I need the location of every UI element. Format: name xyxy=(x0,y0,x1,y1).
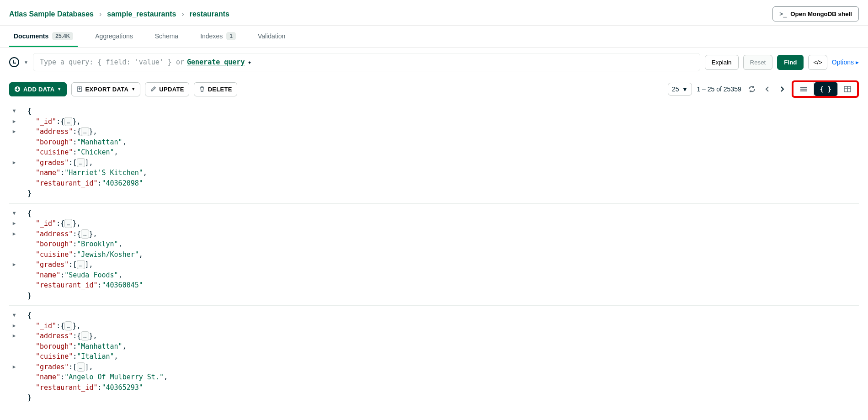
find-button[interactable]: Find xyxy=(777,55,804,70)
export-data-label: EXPORT DATA xyxy=(85,86,129,93)
history-icon[interactable] xyxy=(9,57,19,67)
breadcrumb: Atlas Sample Databases › sample_restaura… xyxy=(9,10,229,18)
json-value: "Manhattan" xyxy=(77,341,122,352)
options-label: Options xyxy=(832,58,854,66)
query-input[interactable]: Type a query: { field: 'value' } or Gene… xyxy=(33,53,700,71)
json-key: "name" xyxy=(36,372,60,383)
collapse-caret-icon[interactable]: ▼ xyxy=(9,210,19,218)
collapsed-object[interactable]: … xyxy=(81,331,89,340)
json-key: "name" xyxy=(36,270,60,281)
json-key: "restaurant_id" xyxy=(36,383,97,393)
json-value: "40365293" xyxy=(102,383,143,393)
collapsed-object[interactable]: … xyxy=(81,127,89,136)
tab-label: Validation xyxy=(258,32,285,40)
json-key: "address" xyxy=(36,229,73,239)
json-key: "_id" xyxy=(36,321,56,331)
breadcrumb-item-0[interactable]: Atlas Sample Databases xyxy=(9,10,94,18)
breadcrumb-item-2[interactable]: restaurants xyxy=(190,10,229,18)
prev-page-button[interactable] xyxy=(762,84,772,94)
breadcrumb-item-1[interactable]: sample_restaurants xyxy=(107,10,176,18)
tabs: Documents25.4KAggregationsSchemaIndexes1… xyxy=(0,26,868,48)
reset-button[interactable]: Reset xyxy=(743,55,773,70)
next-page-button[interactable] xyxy=(777,84,787,94)
update-label: UPDATE xyxy=(159,86,184,93)
open-shell-label: Open MongoDB shell xyxy=(790,11,852,17)
table-view-button[interactable] xyxy=(838,82,857,96)
json-key: "_id" xyxy=(36,218,56,229)
collapsed-object[interactable]: … xyxy=(81,229,89,239)
collapsed-object[interactable]: … xyxy=(64,321,72,330)
code-icon: </> xyxy=(813,59,822,66)
document-json: ▼{▶"_id": {…},▶"address": {…},"borough":… xyxy=(9,305,859,408)
refresh-button[interactable] xyxy=(746,83,758,95)
trash-icon xyxy=(199,86,205,92)
add-data-button[interactable]: ADD DATA ▼ xyxy=(9,82,67,96)
collapsed-array[interactable]: … xyxy=(77,362,85,372)
chevron-down-icon: ▼ xyxy=(131,87,135,91)
tab-documents[interactable]: Documents25.4K xyxy=(9,26,78,47)
json-key: "restaurant_id" xyxy=(36,280,97,291)
json-value: "Brooklyn" xyxy=(77,239,118,250)
chevron-down-icon: ▼ xyxy=(57,87,61,91)
json-key: "restaurant_id" xyxy=(36,178,97,189)
page-info-text: 1 – 25 of 25359 xyxy=(697,85,741,93)
json-value: "Chicken" xyxy=(77,147,114,158)
expand-caret-icon[interactable]: ▶ xyxy=(9,261,19,269)
json-value: "Italian" xyxy=(77,351,114,362)
generate-query-link[interactable]: Generate query xyxy=(187,58,245,66)
json-key: "_id" xyxy=(36,117,56,127)
update-button[interactable]: UPDATE xyxy=(145,82,189,96)
collapsed-array[interactable]: … xyxy=(77,158,85,167)
document-json: ▼{▶"_id": {…},▶"address": {…},"borough":… xyxy=(9,203,859,306)
json-key: "cuisine" xyxy=(36,351,73,362)
tab-schema[interactable]: Schema xyxy=(150,26,183,47)
expand-caret-icon[interactable]: ▶ xyxy=(9,159,19,167)
open-shell-button[interactable]: >_ Open MongoDB shell xyxy=(772,6,859,21)
tab-label: Aggregations xyxy=(95,32,133,40)
plus-circle-icon xyxy=(14,86,21,92)
page-size-value: 25 xyxy=(672,85,679,93)
expand-caret-icon[interactable]: ▶ xyxy=(9,363,19,371)
json-view-button[interactable]: { } xyxy=(814,82,838,96)
collapsed-object[interactable]: … xyxy=(64,219,72,228)
json-key: "grades" xyxy=(36,362,69,372)
code-toggle-button[interactable]: </> xyxy=(808,55,827,70)
sparkle-icon: ✦ xyxy=(247,58,251,66)
json-value: "Harriet'S Kitchen" xyxy=(64,168,143,178)
json-key: "cuisine" xyxy=(36,147,73,158)
json-value: "Angelo Of Mulberry St." xyxy=(64,372,164,383)
delete-button[interactable]: DELETE xyxy=(194,82,237,96)
export-data-button[interactable]: EXPORT DATA ▼ xyxy=(71,82,141,96)
list-view-button[interactable] xyxy=(793,82,814,96)
expand-caret-icon[interactable]: ▶ xyxy=(9,118,19,126)
explain-button[interactable]: Explain xyxy=(705,55,739,70)
json-value: "Jewish/Kosher" xyxy=(77,250,138,260)
history-caret-icon[interactable]: ▼ xyxy=(24,60,28,65)
tab-label: Schema xyxy=(155,32,178,40)
tab-badge: 1 xyxy=(226,32,236,40)
tab-badge: 25.4K xyxy=(52,32,73,40)
json-key: "borough" xyxy=(36,341,73,352)
add-data-label: ADD DATA xyxy=(23,86,54,93)
collapse-caret-icon[interactable]: ▼ xyxy=(9,312,19,319)
chevron-right-icon: ▸ xyxy=(856,58,859,66)
options-link[interactable]: Options ▸ xyxy=(832,58,859,66)
expand-caret-icon[interactable]: ▶ xyxy=(9,230,19,238)
expand-caret-icon[interactable]: ▶ xyxy=(9,332,19,340)
tab-indexes[interactable]: Indexes1 xyxy=(196,26,240,47)
tab-aggregations[interactable]: Aggregations xyxy=(91,26,138,47)
delete-label: DELETE xyxy=(208,86,232,93)
terminal-icon: >_ xyxy=(779,11,787,17)
query-placeholder-pre: Type a query: { field: 'value' } or xyxy=(40,58,184,66)
tab-validation[interactable]: Validation xyxy=(253,26,290,47)
json-key: "address" xyxy=(36,331,73,341)
expand-caret-icon[interactable]: ▶ xyxy=(9,128,19,136)
expand-caret-icon[interactable]: ▶ xyxy=(9,220,19,228)
tab-label: Indexes xyxy=(200,32,223,40)
collapsed-array[interactable]: … xyxy=(77,260,85,269)
collapse-caret-icon[interactable]: ▼ xyxy=(9,107,19,115)
collapsed-object[interactable]: … xyxy=(64,117,72,126)
expand-caret-icon[interactable]: ▶ xyxy=(9,322,19,330)
json-key: "grades" xyxy=(36,260,69,270)
page-size-select[interactable]: 25 ▼ xyxy=(668,83,692,96)
